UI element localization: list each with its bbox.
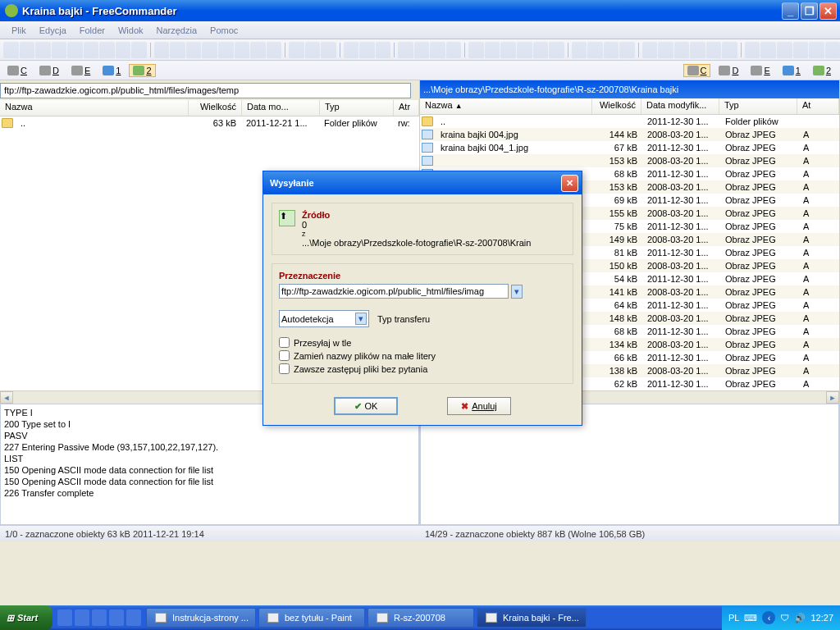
col-atr[interactable]: Atr [394, 100, 419, 116]
toolbar-button[interactable] [52, 42, 67, 58]
dest-input[interactable] [279, 284, 509, 299]
toolbar-button[interactable] [154, 42, 170, 58]
dialog-titlebar[interactable]: Wysyłanie ✕ [263, 171, 582, 194]
toolbar-button[interactable] [587, 42, 603, 58]
toolbar-button[interactable] [170, 42, 185, 58]
toolbar-button[interactable] [359, 42, 375, 58]
toolbar-button[interactable] [344, 42, 359, 58]
maximize-button[interactable]: ❐ [801, 2, 818, 20]
toolbar-button[interactable] [706, 42, 722, 58]
minimize-button[interactable]: _ [782, 2, 799, 20]
ql-icon[interactable] [75, 609, 89, 626]
toolbar-button[interactable] [289, 42, 304, 58]
task-button[interactable]: Instrukcja-strony ... [146, 608, 256, 628]
task-button[interactable]: Kraina bajki - Fre... [477, 608, 587, 628]
toolbar-button[interactable] [305, 42, 321, 58]
toolbar-button[interactable] [722, 42, 737, 58]
ql-icon[interactable] [57, 609, 72, 626]
dest-dropdown-icon[interactable]: ▾ [511, 285, 523, 299]
lang-indicator[interactable]: PL [728, 613, 739, 623]
toolbar-button[interactable] [485, 42, 500, 58]
toolbar-button[interactable] [809, 42, 824, 58]
toolbar-button[interactable] [760, 42, 776, 58]
menu-folder[interactable]: Folder [73, 25, 112, 35]
toolbar-button[interactable] [414, 42, 430, 58]
col-atr-r[interactable]: At [797, 98, 839, 114]
chk-lowercase[interactable]: Zamień nazwy plików na małe litery [279, 350, 566, 361]
toolbar-button[interactable] [549, 42, 564, 58]
dialog-close-button[interactable]: ✕ [561, 175, 578, 192]
tray-icon[interactable]: ⌨ [744, 613, 757, 623]
drive-ftp2[interactable]: 2 [129, 64, 155, 77]
toolbar-button[interactable] [745, 42, 760, 58]
tray-icon[interactable]: 🛡 [780, 613, 789, 623]
menu-pomoc[interactable]: Pomoc [203, 25, 244, 35]
drive-e-r[interactable]: E [746, 64, 774, 77]
toolbar-button[interactable] [35, 42, 51, 58]
toolbar-button[interactable] [777, 42, 792, 58]
ok-button[interactable]: ✔OK [334, 397, 398, 415]
toolbar-button[interactable] [321, 42, 336, 58]
file-row[interactable]: ..63 kB2011-12-21 1...Folder plikówrw: [0, 116, 419, 130]
toolbar-button[interactable] [793, 42, 809, 58]
file-row[interactable]: kraina bajki 004_1.jpg67 kB2011-12-30 1.… [420, 141, 839, 154]
system-tray[interactable]: PL ⌨ ‹ 🛡 🔊 12:27 [722, 605, 840, 630]
menu-narzedzia[interactable]: Narzędzia [150, 25, 204, 35]
tray-arrow-icon[interactable]: ‹ [762, 611, 775, 624]
toolbar-button[interactable] [235, 42, 250, 58]
chk-background[interactable]: Przesyłaj w tle [279, 337, 566, 348]
col-nazwa-r[interactable]: Nazwa ▲ [420, 98, 592, 114]
col-wielkosc-r[interactable]: Wielkość [592, 98, 641, 114]
tray-icon[interactable]: 🔊 [794, 613, 806, 623]
menu-edycja[interactable]: Edycja [33, 25, 73, 35]
start-button[interactable]: ⊞Start [0, 605, 52, 630]
ql-icon[interactable] [109, 609, 124, 626]
toolbar-button[interactable] [99, 42, 115, 58]
toolbar-button[interactable] [131, 42, 147, 58]
toolbar-button[interactable] [604, 42, 619, 58]
toolbar-button[interactable] [619, 42, 635, 58]
col-wielkosc[interactable]: Wielkość [189, 100, 242, 116]
close-button[interactable]: ✕ [819, 2, 837, 20]
toolbar-button[interactable] [186, 42, 202, 58]
toolbar-button[interactable] [84, 42, 99, 58]
drive-d-r[interactable]: D [714, 64, 742, 77]
drive-net1[interactable]: 1 [98, 64, 125, 77]
file-row[interactable]: 153 kB2008-03-20 1...Obraz JPEGA [420, 154, 839, 167]
col-typ-r[interactable]: Typ [719, 98, 797, 114]
cancel-button[interactable]: ✖Anuluj [447, 397, 511, 415]
toolbar-button[interactable] [500, 42, 516, 58]
toolbar-button[interactable] [674, 42, 690, 58]
toolbar-button[interactable] [825, 42, 840, 58]
col-data-r[interactable]: Data modyfik... [641, 98, 719, 114]
toolbar-button[interactable] [116, 42, 131, 58]
toolbar-button[interactable] [3, 42, 19, 58]
toolbar-button[interactable] [690, 42, 705, 58]
clock[interactable]: 12:27 [810, 613, 833, 623]
toolbar-button[interactable] [250, 42, 266, 58]
task-button[interactable]: bez tytułu - Paint [258, 608, 365, 628]
ql-icon[interactable] [92, 609, 107, 626]
toolbar-button[interactable] [67, 42, 83, 58]
chk-overwrite[interactable]: Zawsze zastępuj pliki bez pytania [279, 363, 566, 374]
right-path-bar[interactable]: ...\Moje obrazy\Przedszkole-fotografie\R… [420, 80, 839, 98]
drive-ftp2-r[interactable]: 2 [809, 64, 835, 77]
transfer-mode-combo[interactable]: Autodetekcja▾ [279, 310, 369, 327]
col-typ[interactable]: Typ [320, 100, 394, 116]
toolbar-button[interactable] [468, 42, 484, 58]
drive-net1-r[interactable]: 1 [778, 64, 805, 77]
file-row[interactable]: kraina bajki 004.jpg144 kB2008-03-20 1..… [420, 128, 839, 141]
drive-e[interactable]: E [67, 64, 94, 77]
drive-c-r[interactable]: C [683, 64, 711, 77]
toolbar-button[interactable] [398, 42, 413, 58]
toolbar-button[interactable] [376, 42, 391, 58]
toolbar-button[interactable] [533, 42, 549, 58]
toolbar-button[interactable] [20, 42, 35, 58]
left-path-input[interactable] [0, 83, 411, 98]
toolbar-button[interactable] [642, 42, 658, 58]
file-row[interactable]: ..2011-12-30 1...Folder plików [420, 115, 839, 128]
toolbar-button[interactable] [430, 42, 445, 58]
ql-icon[interactable] [126, 609, 141, 626]
toolbar-button[interactable] [658, 42, 673, 58]
col-data[interactable]: Data mo... [242, 100, 320, 116]
